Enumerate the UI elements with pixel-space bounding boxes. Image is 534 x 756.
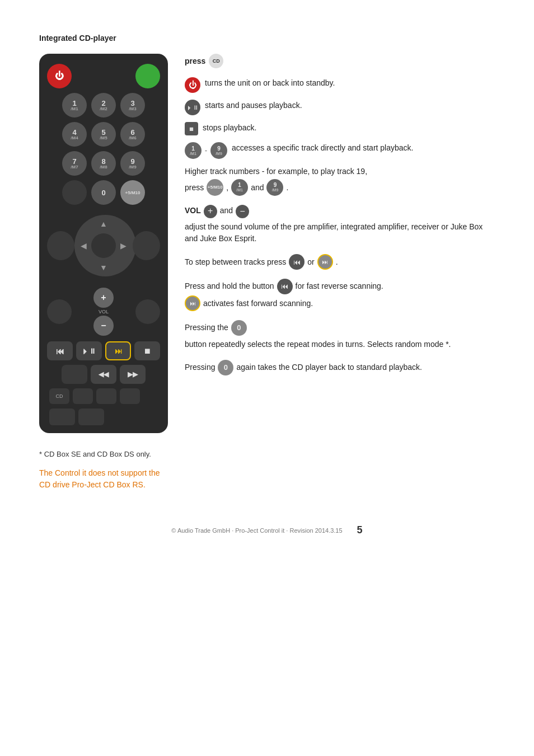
cd-row-btn3[interactable] — [96, 388, 116, 404]
back-rew-button[interactable]: ◀◀ — [91, 365, 116, 384]
last-btn2[interactable] — [78, 408, 104, 425]
remote-row-top: ⏻ — [47, 64, 160, 88]
vol-minus-button[interactable]: − — [93, 316, 114, 336]
play-pause-text: starts and pauses playback. — [205, 100, 495, 111]
button-7[interactable]: 7/M7 — [62, 151, 87, 176]
button-3[interactable]: 3/M3 — [120, 93, 145, 118]
cd-badge: CD — [209, 54, 223, 68]
press-label: press — [185, 57, 205, 65]
dpad-up[interactable]: ▲ — [97, 217, 110, 231]
play-pause-icon: ⏵⏸ — [185, 100, 200, 115]
button-4[interactable]: 4/M4 — [62, 122, 87, 147]
repeat-line: Pressing the 0 button repeatedly selects… — [185, 320, 495, 351]
num9-icon: 9/M9 — [210, 142, 227, 159]
plus5-icon: +5/M10 — [207, 179, 223, 196]
standard-line: Pressing 0 again takes the CD player bac… — [185, 360, 495, 375]
instr-track-access: 1/M1 - 9/M9 accesses a specific track di… — [185, 142, 495, 159]
button-2[interactable]: 2/M2 — [91, 93, 116, 118]
fast-scan-text1: Press and hold the button — [185, 280, 274, 293]
step-tracks-line: To step between tracks press ⏮ or ⏭ . — [185, 254, 495, 270]
dpad[interactable]: ▲ ▼ ◀ ▶ — [74, 215, 133, 276]
vol-label: VOL — [99, 309, 109, 314]
remote-row-789: 7/M7 8/M8 9/M9 — [47, 151, 160, 176]
instr-play-pause: ⏵⏸ starts and pauses playback. — [185, 100, 495, 115]
power-icon: ⏻ — [185, 77, 200, 93]
button-6[interactable]: 6/M6 — [120, 122, 145, 147]
num1-icon: 1/M1 — [185, 142, 202, 159]
instr-fast-scan: Press and hold the button ⏮ for fast rev… — [185, 279, 495, 311]
side-button-right[interactable] — [133, 231, 160, 260]
dpad-left[interactable]: ◀ — [77, 239, 90, 252]
dpad-right[interactable]: ▶ — [117, 239, 130, 252]
or-text: or — [307, 257, 314, 266]
dpad-center[interactable] — [91, 233, 116, 258]
stop-icon: ⏹ — [185, 122, 198, 135]
button-1[interactable]: 1/M1 — [62, 93, 87, 118]
press-cd-line: press CD — [185, 54, 495, 68]
instr-standard: Pressing 0 again takes the CD player bac… — [185, 360, 495, 375]
footer-text: © Audio Trade GmbH · Pro-Ject Control it… — [171, 527, 342, 534]
dpad-down[interactable]: ▼ — [97, 261, 110, 274]
higher-tracks-text1: Higher track numbers - for example, to p… — [185, 166, 495, 178]
zero-icon1: 0 — [231, 320, 247, 336]
button-plus5[interactable]: +5/M10 — [120, 180, 145, 205]
track-icons: 1/M1 - 9/M9 — [185, 142, 227, 159]
stop-button[interactable]: ⏹ — [134, 341, 160, 360]
higher-tracks-icons: press +5/M10 , 1/M1 and 9/M9 . — [185, 179, 495, 196]
cd-row-btn2[interactable] — [73, 388, 93, 404]
power-button[interactable]: ⏻ — [47, 64, 72, 88]
page-number: 5 — [357, 524, 363, 536]
instr-higher-tracks: Higher track numbers - for example, to p… — [185, 166, 495, 196]
notice-line1: The Control it does not support the — [39, 467, 495, 479]
instr-repeat: Pressing the 0 button repeatedly selects… — [185, 320, 495, 351]
fwd-button[interactable]: ▶▶ — [120, 365, 146, 384]
bottom-row1: ◀◀ ▶▶ — [47, 365, 160, 384]
num1-icon2: 1/M1 — [231, 179, 248, 196]
button-8[interactable]: 8/M8 — [91, 151, 116, 176]
side-button-left2[interactable] — [47, 299, 72, 324]
ffwd-button[interactable]: ⏭ — [105, 341, 131, 360]
instr-vol: VOL + and − adjust the sound volume of t… — [185, 205, 495, 245]
instructions-panel: press CD ⏻ turns the unit on or back int… — [185, 54, 495, 378]
cd-button[interactable]: CD — [49, 388, 69, 404]
cd-btn-row: CD — [47, 388, 160, 404]
fast-scan-line1: Press and hold the button ⏮ for fast rev… — [185, 279, 495, 294]
extra-btn1[interactable] — [62, 365, 87, 384]
play-pause-button[interactable]: ⏵⏸ — [76, 341, 102, 360]
standard-text: again takes the CD player back to standa… — [236, 361, 422, 374]
side-button-right2[interactable] — [135, 299, 160, 324]
button-9[interactable]: 9/M9 — [120, 151, 145, 176]
vol-plus-button[interactable]: + — [93, 288, 114, 308]
vol-description: adjust the sound volume of the pre ampli… — [185, 221, 495, 245]
page: Integrated CD-player ⏻ 1/M1 2/M2 3/M3 — [0, 0, 534, 558]
green-button[interactable] — [135, 64, 160, 88]
instr-power: ⏻ turns the unit on or back into standby… — [185, 77, 495, 93]
last-btn1[interactable] — [49, 408, 75, 425]
comma1: , — [226, 183, 228, 192]
button-dark1[interactable] — [62, 180, 87, 205]
ffwd-icon: ⏭ — [317, 254, 333, 270]
main-content: ⏻ 1/M1 2/M2 3/M3 4/M4 — [39, 54, 495, 433]
vol-line: VOL + and − adjust the sound volume of t… — [185, 205, 495, 245]
remote-row-123: 1/M1 2/M2 3/M3 — [47, 93, 160, 118]
power-text: turns the unit on or back into standby. — [205, 77, 495, 89]
instr-step-tracks: To step between tracks press ⏮ or ⏭ . — [185, 254, 495, 270]
footnote-text: * CD Box SE and CD Box DS only. — [39, 450, 151, 458]
button-0[interactable]: 0 — [91, 180, 116, 205]
track-access-text: accesses a specific track directly and s… — [232, 142, 495, 154]
side-button-left[interactable] — [47, 231, 74, 260]
and1: and — [251, 183, 264, 192]
cd-row-btn4[interactable] — [120, 388, 140, 404]
vol-minus-icon: − — [236, 205, 249, 218]
button-5[interactable]: 5/M5 — [91, 122, 116, 147]
rew-button[interactable]: ⏮ — [47, 341, 73, 360]
remote-row-456: 4/M4 5/M5 6/M6 — [47, 122, 160, 147]
fast-scan-text3: activates fast forward scanning. — [203, 299, 313, 308]
fast-scan-line2: ⏭ activates fast forward scanning. — [185, 295, 495, 311]
and2: and — [220, 205, 233, 217]
rew-icon: ⏮ — [289, 254, 305, 270]
page-footer: © Audio Trade GmbH · Pro-Ject Control it… — [39, 491, 495, 536]
footnote: * CD Box SE and CD Box DS only. — [39, 450, 495, 458]
vol-group: + VOL − — [93, 288, 114, 336]
remote-row-0: 0 +5/M10 — [47, 180, 160, 205]
